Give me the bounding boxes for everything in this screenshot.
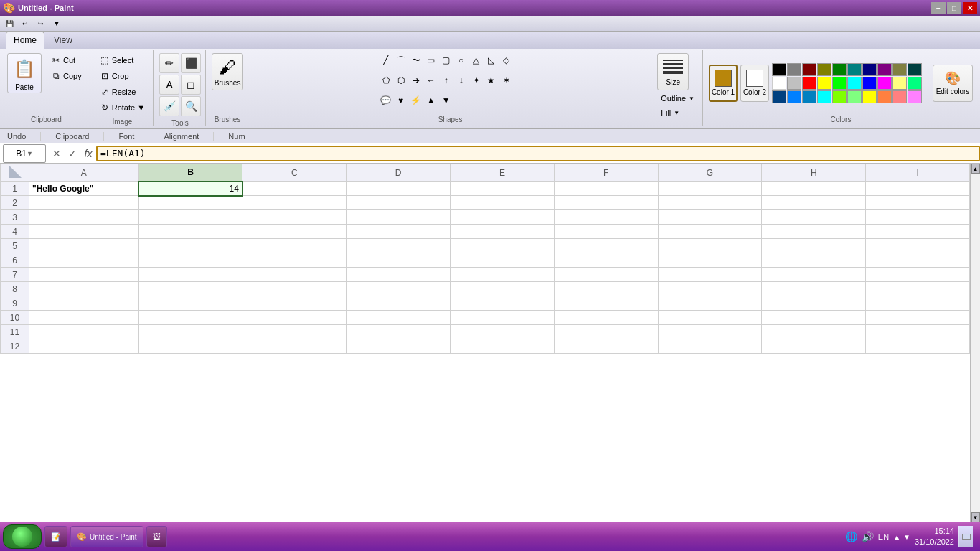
cell-a11[interactable] <box>29 325 139 339</box>
palette-white[interactable] <box>772 77 786 90</box>
cell-e9[interactable] <box>451 296 555 311</box>
palette-lime[interactable] <box>832 77 847 90</box>
col-header-F[interactable]: F <box>554 164 658 182</box>
cell-reference-box[interactable]: B1 ▼ <box>3 144 46 163</box>
palette-magenta[interactable] <box>877 77 892 90</box>
cell-a3[interactable] <box>29 210 139 225</box>
outline-button[interactable]: Outline ▼ <box>657 92 698 105</box>
palette-navy[interactable] <box>862 63 877 76</box>
cell-e5[interactable] <box>451 239 555 253</box>
palette-blue[interactable] <box>862 77 877 90</box>
cell-h1[interactable] <box>762 182 866 196</box>
color2-button[interactable]: Color 2 <box>740 65 769 102</box>
palette-lightgreen[interactable] <box>847 90 862 103</box>
cell-f11[interactable] <box>554 325 658 339</box>
palette-yellow2[interactable] <box>862 90 877 103</box>
cell-h12[interactable] <box>762 339 866 354</box>
cell-g10[interactable] <box>658 311 762 325</box>
col-header-A[interactable]: A <box>29 164 139 182</box>
brushes-button[interactable]: 🖌 Brushes <box>212 53 243 90</box>
palette-yellow[interactable] <box>817 77 831 90</box>
cell-c10[interactable] <box>242 311 347 325</box>
shape-star6[interactable]: ✶ <box>499 73 514 88</box>
cell-d1[interactable] <box>347 182 451 196</box>
palette-gray[interactable] <box>787 63 801 76</box>
close-button[interactable]: ✕ <box>963 2 977 14</box>
cell-b8[interactable] <box>138 282 242 296</box>
cell-a2[interactable] <box>29 196 139 210</box>
cell-a8[interactable] <box>29 282 139 296</box>
palette-aqua[interactable] <box>817 90 831 103</box>
palette-purple[interactable] <box>877 63 892 76</box>
fill-button[interactable]: Fill ▼ <box>657 106 683 119</box>
cell-i8[interactable] <box>866 282 970 296</box>
palette-teal[interactable] <box>847 63 862 76</box>
row-number-4[interactable]: 4 <box>1 225 29 239</box>
palette-darkblue[interactable] <box>772 90 786 103</box>
cell-f2[interactable] <box>554 196 658 210</box>
fill-tool[interactable]: ⬛ <box>181 53 201 73</box>
cell-f8[interactable] <box>554 282 658 296</box>
row-number-12[interactable]: 12 <box>1 339 29 354</box>
shape-line[interactable]: ╱ <box>379 53 393 67</box>
row-number-5[interactable]: 5 <box>1 239 29 253</box>
cell-h8[interactable] <box>762 282 866 296</box>
maximize-button[interactable]: □ <box>947 2 961 14</box>
row-number-2[interactable]: 2 <box>1 196 29 210</box>
formula-confirm-button[interactable]: ✓ <box>65 146 80 161</box>
cell-b4[interactable] <box>138 225 242 239</box>
cell-b11[interactable] <box>138 325 242 339</box>
row-number-7[interactable]: 7 <box>1 268 29 282</box>
row-number-1[interactable]: 1 <box>1 182 29 196</box>
cell-e6[interactable] <box>451 253 555 268</box>
palette-lightyellow[interactable] <box>892 77 907 90</box>
cell-c5[interactable] <box>242 239 347 253</box>
shape-arrow-down[interactable]: ↓ <box>454 73 468 88</box>
tray-network-icon[interactable]: 🌐 <box>845 531 857 542</box>
text-tool[interactable]: A <box>159 75 179 95</box>
cell-i7[interactable] <box>866 268 970 282</box>
palette-darkyellow[interactable] <box>892 63 907 76</box>
size-button[interactable]: Size <box>657 53 689 90</box>
minimize-button[interactable]: − <box>931 2 946 14</box>
cell-c11[interactable] <box>242 325 347 339</box>
cell-h9[interactable] <box>762 296 866 311</box>
cell-c7[interactable] <box>242 268 347 282</box>
shape-freeform[interactable]: 〜 <box>409 53 423 67</box>
cell-e8[interactable] <box>451 282 555 296</box>
cell-f7[interactable] <box>554 268 658 282</box>
tray-lang-icon[interactable]: EN <box>878 532 889 541</box>
cell-g8[interactable] <box>658 282 762 296</box>
cell-i3[interactable] <box>866 210 970 225</box>
cell-d9[interactable] <box>347 296 451 311</box>
col-header-H[interactable]: H <box>762 164 866 182</box>
palette-black[interactable] <box>772 63 786 76</box>
cell-i4[interactable] <box>866 225 970 239</box>
shape-scroll-up[interactable]: ▲ <box>424 93 438 108</box>
qat-undo-button[interactable]: ↩ <box>19 17 32 30</box>
select-button[interactable]: ⬚ Select <box>96 53 149 67</box>
shape-ellipse[interactable]: ○ <box>454 53 468 67</box>
cell-c8[interactable] <box>242 282 347 296</box>
cut-button[interactable]: ✂ Cut <box>47 53 85 67</box>
shape-righttri[interactable]: ◺ <box>484 53 499 67</box>
cell-i2[interactable] <box>866 196 970 210</box>
palette-red[interactable] <box>802 77 816 90</box>
eraser-tool[interactable]: ◻ <box>181 75 201 95</box>
cell-i11[interactable] <box>866 325 970 339</box>
cell-e12[interactable] <box>451 339 555 354</box>
shape-pentagon[interactable]: ⬠ <box>379 73 393 88</box>
cell-g4[interactable] <box>658 225 762 239</box>
edit-colors-button[interactable]: 🎨 Edit colors <box>933 65 973 102</box>
cell-f10[interactable] <box>554 311 658 325</box>
cell-b2[interactable] <box>138 196 242 210</box>
shape-star5[interactable]: ★ <box>484 73 499 88</box>
cell-b12[interactable] <box>138 339 242 354</box>
cell-i10[interactable] <box>866 311 970 325</box>
shape-curve[interactable]: ⌒ <box>394 53 408 67</box>
shape-scroll-down[interactable]: ▼ <box>439 93 453 108</box>
select-all-icon[interactable] <box>9 165 22 178</box>
taskbar-item-paintcan[interactable]: 🖼 <box>146 526 167 547</box>
qat-save-button[interactable]: 💾 <box>3 17 16 30</box>
row-number-10[interactable]: 10 <box>1 311 29 325</box>
